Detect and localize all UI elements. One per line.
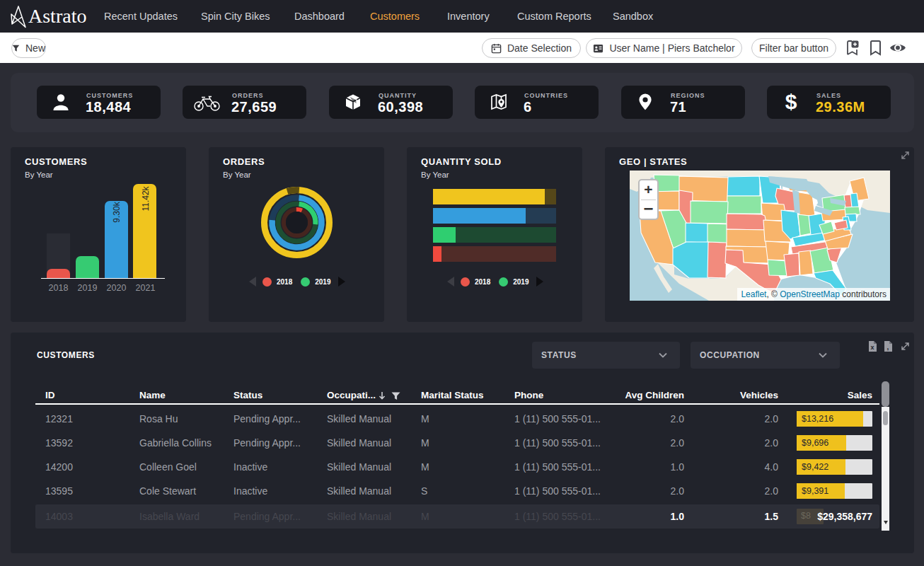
- svg-text:,: ,: [887, 343, 889, 351]
- svg-text:x: x: [870, 344, 874, 351]
